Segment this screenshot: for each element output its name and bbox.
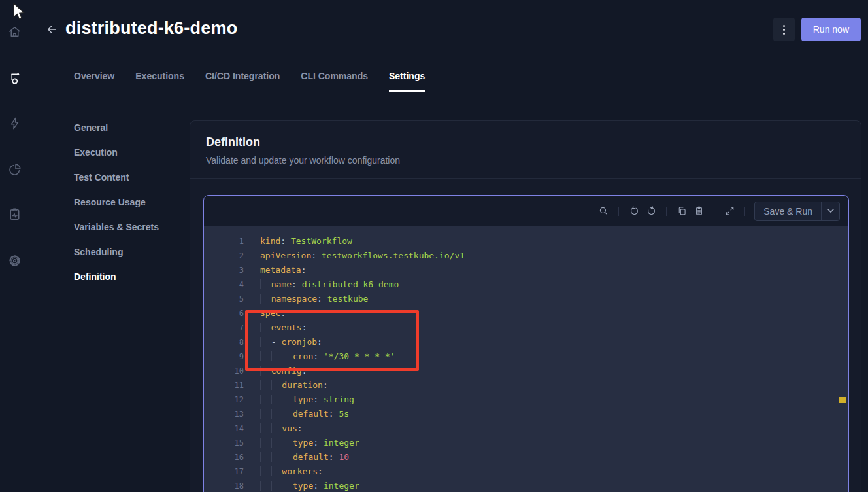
code-line[interactable]: 3metadata: — [204, 263, 848, 277]
token-pun: : — [313, 395, 324, 404]
indent-guide — [260, 279, 271, 289]
redo-button[interactable] — [643, 203, 659, 220]
code-line[interactable]: 1kind: TestWorkflow — [204, 234, 848, 249]
indent-guide — [282, 452, 293, 462]
sidebar-item-test-workflows[interactable] — [0, 63, 29, 92]
indent-guide — [260, 438, 271, 448]
code-line[interactable]: 10 config: — [204, 364, 848, 378]
indent-guide — [282, 351, 293, 361]
settings-nav-scheduling[interactable]: Scheduling — [74, 239, 185, 264]
code-line[interactable]: 13 default: 5s — [204, 407, 848, 421]
indent-guide — [271, 409, 282, 419]
code-line[interactable]: 8 - cronjob: — [204, 335, 848, 349]
indent-guide — [282, 481, 293, 491]
settings-nav-execution[interactable]: Execution — [74, 140, 185, 165]
code-line[interactable]: 9 cron: '*/30 * * * *' — [204, 349, 848, 364]
search-button[interactable] — [595, 203, 612, 220]
settings-nav-test-content[interactable]: Test Content — [74, 165, 185, 190]
code-line[interactable]: 18 type: integer — [204, 479, 848, 492]
topbar-actions: Run now — [773, 18, 861, 41]
settings-nav-variables-secrets[interactable]: Variables & Secrets — [74, 215, 185, 239]
monitoring-clipboard-icon — [7, 207, 22, 222]
toolbar-separator — [744, 207, 745, 216]
paste-button[interactable] — [690, 203, 707, 220]
sidebar-item-triggers-lightning[interactable] — [0, 109, 29, 137]
tab-cli-commands[interactable]: CLI Commands — [301, 71, 368, 92]
code-line[interactable]: 4 name: distributed-k6-demo — [204, 277, 848, 292]
modified-marker — [839, 397, 846, 403]
sidebar — [0, 0, 29, 492]
app-root: { "topbar": { "title": "distributed-k6-d… — [0, 0, 868, 492]
code-line[interactable]: 12 type: string — [204, 393, 848, 407]
line-number: 8 — [204, 335, 244, 349]
token-pun: : — [313, 351, 324, 361]
token-key: default — [293, 452, 329, 462]
token-pun: : — [311, 251, 322, 260]
code-text: spec: — [260, 306, 286, 321]
code-line[interactable]: 6spec: — [204, 306, 848, 321]
code-text: workers: — [260, 465, 323, 479]
token-pun: : — [317, 294, 327, 304]
indent-guide — [260, 351, 271, 361]
code-text: type: integer — [260, 479, 359, 492]
token-key: apiVersion — [260, 251, 311, 260]
sidebar-item-insights-pie[interactable] — [0, 155, 29, 184]
code-line[interactable]: 2apiVersion: testworkflows.testkube.io/v… — [204, 249, 848, 263]
indent-guide — [260, 481, 271, 491]
code-line[interactable]: 11 duration: — [204, 378, 848, 393]
undo-button[interactable] — [626, 203, 643, 220]
sidebar-item-monitoring-clipboard[interactable] — [0, 200, 29, 228]
fullscreen-button[interactable] — [721, 203, 738, 220]
sidebar-item-home[interactable] — [0, 17, 29, 46]
code-text: cron: '*/30 * * * *' — [260, 349, 395, 364]
run-now-button[interactable]: Run now — [801, 18, 861, 41]
code-text: name: distributed-k6-demo — [260, 277, 399, 292]
code-line[interactable]: 17 workers: — [204, 465, 848, 479]
chevron-down-icon — [827, 209, 834, 213]
indent-guide — [260, 380, 271, 390]
settings-nav-resource-usage[interactable]: Resource Usage — [74, 190, 185, 215]
tab-executions[interactable]: Executions — [135, 71, 184, 92]
yaml-editor[interactable]: Save & Run 1kind: TestWorkflow2apiVersio… — [203, 195, 849, 492]
search-icon — [598, 205, 609, 217]
line-number: 14 — [204, 421, 244, 436]
tab-settings[interactable]: Settings — [389, 71, 425, 92]
token-str: string — [324, 395, 354, 404]
token-pun: : — [297, 423, 303, 433]
line-number: 13 — [204, 407, 244, 421]
tab-ci-cd-integration[interactable]: CI/CD Integration — [205, 71, 280, 92]
code-line[interactable]: 14 vus: — [204, 421, 848, 436]
back-button[interactable] — [43, 21, 60, 38]
token-str: distributed-k6-demo — [302, 279, 399, 289]
sidebar-item-gear[interactable] — [0, 246, 29, 275]
token-key: workers — [282, 466, 318, 476]
code-text: events: — [260, 321, 307, 335]
redo-icon — [646, 205, 657, 217]
indent-guide — [271, 438, 282, 448]
panel-header: Definition Validate and update your work… — [190, 121, 861, 179]
code-text: default: 10 — [260, 450, 349, 465]
save-and-run-split-button: Save & Run — [754, 202, 840, 221]
code-text: vus: — [260, 421, 303, 436]
tab-overview[interactable]: Overview — [74, 71, 114, 92]
code-line[interactable]: 16 default: 10 — [204, 450, 848, 465]
save-and-run-caret-button[interactable] — [821, 202, 839, 220]
copy-button[interactable] — [673, 203, 690, 220]
token-str: 5s — [339, 409, 349, 419]
token-key: namespace — [271, 294, 317, 304]
token-str: testworkflows.testkube.io/v1 — [322, 251, 465, 260]
code-line[interactable]: 5 namespace: testkube — [204, 292, 848, 306]
token-key: cron — [293, 351, 313, 361]
settings-nav-general[interactable]: General — [74, 115, 185, 140]
line-number: 17 — [204, 465, 244, 479]
settings-nav-definition[interactable]: Definition — [74, 264, 185, 289]
kebab-dot — [783, 29, 785, 31]
code-line[interactable]: 7 events: — [204, 321, 848, 335]
token-str: TestWorkflow — [291, 236, 352, 246]
token-key: events — [271, 323, 302, 332]
editor-code-area[interactable]: 1kind: TestWorkflow2apiVersion: testwork… — [204, 226, 848, 492]
code-line[interactable]: 15 type: integer — [204, 436, 848, 450]
token-key: cronjob — [281, 337, 317, 347]
save-and-run-button[interactable]: Save & Run — [755, 202, 821, 220]
more-options-button[interactable] — [773, 18, 795, 41]
